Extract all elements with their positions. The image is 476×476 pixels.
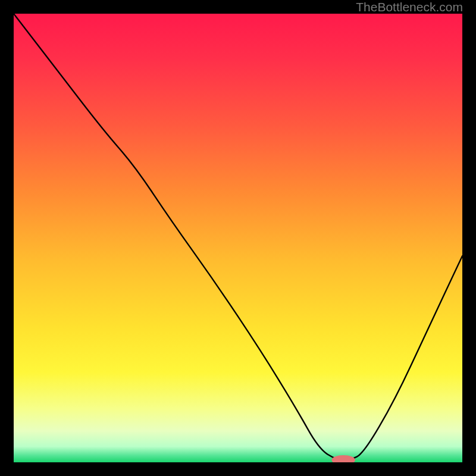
chart-frame (14, 14, 462, 462)
bottleneck-chart (14, 14, 462, 462)
watermark-text: TheBottleneck.com (356, 0, 463, 14)
gradient-background (14, 14, 462, 462)
